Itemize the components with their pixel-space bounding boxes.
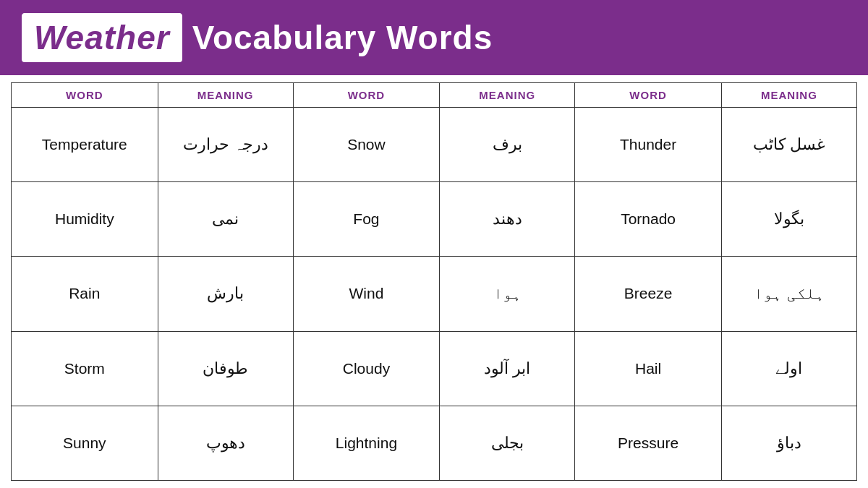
word-cell: Cloudy bbox=[293, 331, 440, 406]
table-row: StormطوفانCloudyابر آلودHailاولے bbox=[12, 331, 857, 406]
word-cell: Sunny bbox=[12, 406, 158, 480]
word-cell: Lightning bbox=[293, 406, 440, 480]
page-wrapper: Weather Vocabulary Words WORD MEANING WO… bbox=[0, 0, 868, 488]
table-row: HumidityنمیFogدھندTornadoبگولا bbox=[12, 182, 857, 257]
word-cell: Humidity bbox=[12, 182, 158, 257]
col-header-word1: WORD bbox=[12, 83, 158, 108]
meaning-cell: درجہ حرارت bbox=[158, 108, 293, 182]
meaning-cell: ابر آلود bbox=[440, 331, 575, 406]
meaning-cell: بجلی bbox=[440, 406, 575, 480]
word-cell: Rain bbox=[12, 257, 158, 331]
word-cell: Hail bbox=[575, 331, 722, 406]
col-header-word3: WORD bbox=[575, 83, 722, 108]
word-cell: Pressure bbox=[575, 406, 722, 480]
meaning-cell: دھند bbox=[440, 182, 575, 257]
header-weather-box: Weather bbox=[22, 13, 182, 62]
meaning-cell: دباؤ bbox=[721, 406, 856, 480]
meaning-cell: ہوا bbox=[440, 257, 575, 331]
meaning-cell: نمی bbox=[158, 182, 293, 257]
col-header-word2: WORD bbox=[293, 83, 440, 108]
word-cell: Tornado bbox=[575, 182, 722, 257]
col-header-meaning1: MEANING bbox=[158, 83, 293, 108]
meaning-cell: بگولا bbox=[721, 182, 856, 257]
header-weather-label: Weather bbox=[34, 19, 170, 56]
word-cell: Thunder bbox=[575, 108, 722, 182]
word-cell: Wind bbox=[293, 257, 440, 331]
table-row: SunnyدھوپLightningبجلیPressureدباؤ bbox=[12, 406, 857, 480]
col-header-meaning2: MEANING bbox=[440, 83, 575, 108]
meaning-cell: دھوپ bbox=[158, 406, 293, 480]
header-banner: Weather Vocabulary Words bbox=[0, 0, 868, 75]
header-vocab-label: Vocabulary Words bbox=[192, 18, 493, 57]
table-container: WORD MEANING WORD MEANING WORD MEANING T… bbox=[0, 75, 868, 488]
meaning-cell: اولے bbox=[721, 331, 856, 406]
col-header-meaning3: MEANING bbox=[721, 83, 856, 108]
meaning-cell: برف bbox=[440, 108, 575, 182]
vocabulary-table: WORD MEANING WORD MEANING WORD MEANING T… bbox=[11, 82, 857, 481]
meaning-cell: طوفان bbox=[158, 331, 293, 406]
table-row: RainبارشWindہواBreezeہلکی ہوا bbox=[12, 257, 857, 331]
word-cell: Breeze bbox=[575, 257, 722, 331]
word-cell: Temperature bbox=[12, 108, 158, 182]
word-cell: Storm bbox=[12, 331, 158, 406]
word-cell: Snow bbox=[293, 108, 440, 182]
meaning-cell: ہلکی ہوا bbox=[721, 257, 856, 331]
meaning-cell: غسل کاٹب bbox=[721, 108, 856, 182]
table-header-row: WORD MEANING WORD MEANING WORD MEANING bbox=[12, 83, 857, 108]
table-row: Temperatureدرجہ حرارتSnowبرفThunderغسل ک… bbox=[12, 108, 857, 182]
meaning-cell: بارش bbox=[158, 257, 293, 331]
word-cell: Fog bbox=[293, 182, 440, 257]
